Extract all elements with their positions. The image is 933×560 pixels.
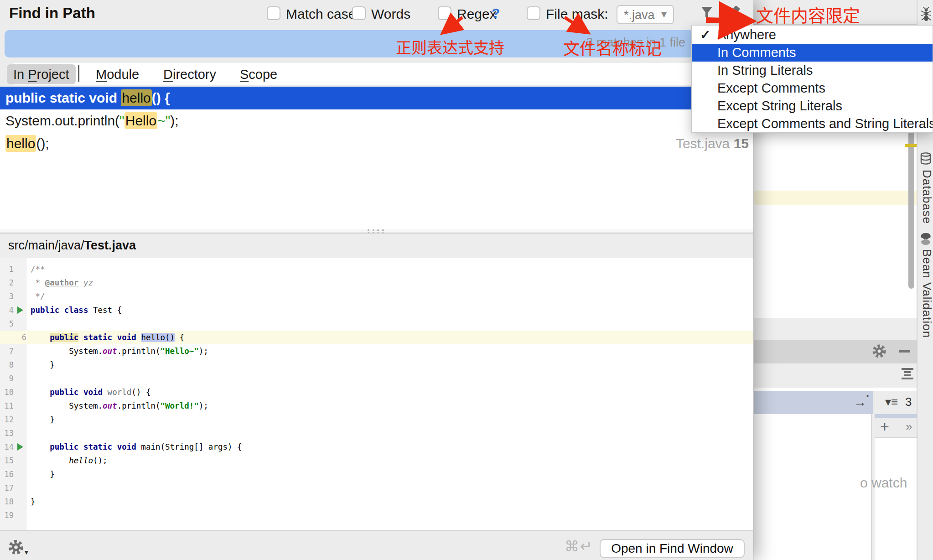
path-prefix: src/main/java/ (8, 239, 84, 252)
code-line: public static void hello() { (27, 331, 753, 344)
code-line (27, 426, 753, 440)
file-mask-label[interactable]: File mask: (546, 6, 608, 22)
dropdown-item-except-comments-and-string-literals[interactable]: Except Comments and String Literals (692, 115, 933, 133)
scope-tab-in-project[interactable]: In Project (7, 64, 76, 84)
gap (754, 388, 917, 391)
add-watch-icon[interactable]: + (880, 418, 889, 436)
find-in-path-dialog: Find in Path Match case Words Regex ? Fi… (0, 0, 753, 560)
words-label[interactable]: Words (371, 6, 410, 22)
error-stripe-mark[interactable] (905, 144, 917, 147)
variables-panel[interactable] (754, 414, 872, 560)
code-line: System.out.println("Hello~"); (27, 344, 753, 358)
debug-selected-frame-row[interactable]: → ▪ (754, 391, 873, 414)
frames-count-cell[interactable]: ▾≡ 3 (875, 391, 917, 414)
code-line: */ (27, 290, 753, 303)
editor-gutter: 12345678910111213141516171819 (0, 258, 26, 530)
open-in-find-window-button[interactable]: Open in Find Window (600, 539, 745, 558)
line-number: 13 (0, 426, 14, 440)
debug-panels: → ▪ ▾≡ 3 + » o watch (754, 318, 917, 560)
code-line: } (27, 358, 753, 372)
code-line: System.out.println("World!"); (27, 399, 753, 413)
database-icon[interactable] (920, 152, 932, 165)
divider (754, 363, 917, 363)
line-number: 4 (0, 303, 14, 317)
result-row[interactable]: hello();Test.java 15 (0, 132, 753, 155)
result-file-label: Test.java 15 (676, 132, 749, 155)
tool-button-bean-validation[interactable]: Bean Validation (920, 249, 933, 338)
settings-gear-button[interactable]: ▼ (8, 539, 32, 558)
code-line: /** (27, 262, 753, 276)
watches-panel[interactable] (875, 438, 917, 560)
line-number: 5 (0, 317, 14, 331)
code-line (27, 372, 753, 385)
code-line (27, 508, 753, 522)
code-line: } (27, 467, 753, 481)
watches-empty-text: o watch (860, 475, 907, 491)
chevron-down-icon: ▾ (661, 8, 667, 21)
frames-menu-icon[interactable]: ▾≡ (885, 395, 898, 409)
line-number: 1 (0, 262, 14, 276)
annotation-regex-support: 正则表达式支持 (396, 36, 504, 58)
regex-help-link[interactable]: ? (492, 5, 500, 21)
run-gutter-icon[interactable] (17, 443, 23, 451)
chevron-down-icon: ▼ (23, 549, 30, 556)
result-row[interactable]: public static void hello() { (0, 87, 753, 109)
bean-validation-icon[interactable] (920, 233, 932, 245)
dropdown-item-except-string-literals[interactable]: Except String Literals (692, 97, 933, 115)
code-line: } (27, 413, 753, 426)
watches-toolbar: + » (875, 418, 917, 438)
dialog-title: Find in Path (9, 5, 95, 22)
line-number: 9 (0, 372, 14, 385)
preview-file-path: src/main/java/Test.java (0, 233, 753, 257)
editor-current-line-highlight (754, 191, 917, 205)
code-line: public void world() { (27, 385, 753, 399)
regex-checkbox[interactable] (438, 6, 451, 20)
divider (754, 340, 917, 363)
match-case-label[interactable]: Match case (286, 6, 356, 22)
line-number: 11 (0, 399, 14, 413)
editor-scrollbar[interactable] (908, 131, 914, 289)
dropdown-item-anywhere[interactable]: ✓Anywhere (692, 26, 933, 44)
line-number: 14 (0, 440, 14, 454)
file-name: Test.java (84, 239, 136, 252)
line-number: 15 (0, 454, 14, 467)
run-to-cursor-icon[interactable]: → (854, 395, 866, 410)
match-case-checkbox[interactable] (267, 6, 280, 20)
more-icon[interactable]: » (906, 420, 912, 434)
pin-window-icon[interactable] (727, 5, 743, 24)
scope-tab-scope[interactable]: Scope (233, 64, 284, 84)
frames-strip (875, 414, 917, 418)
regex-label[interactable]: Regex (457, 6, 497, 22)
panel-gear-icon[interactable] (872, 344, 886, 358)
run-gutter-icon[interactable] (17, 306, 23, 314)
file-mask-value: *.java (624, 8, 655, 22)
line-number: 18 (0, 495, 14, 508)
line-number: 2 (0, 276, 14, 290)
tool-button-database[interactable]: Database (920, 170, 933, 224)
minimize-icon[interactable] (899, 350, 910, 353)
code-preview[interactable]: 12345678910111213141516171819 /** * @aut… (0, 258, 753, 530)
file-mask-checkbox[interactable] (527, 6, 540, 20)
scope-tab-module[interactable]: Module (89, 64, 145, 84)
code-line: public static void main(String[] args) { (27, 440, 753, 454)
dropdown-item-except-comments[interactable]: Except Comments (692, 79, 933, 97)
code-line (27, 481, 753, 495)
run-to-cursor-dot: ▪ (866, 392, 869, 399)
words-checkbox[interactable] (352, 6, 366, 20)
divider (657, 6, 657, 23)
line-number: 8 (0, 358, 14, 372)
code-line: public class Test { (27, 303, 753, 317)
frames-count: 3 (905, 395, 912, 409)
scope-tab-directory[interactable]: Directory (157, 64, 223, 84)
search-context-dropdown: ✓AnywhereIn CommentsIn String LiteralsEx… (691, 25, 933, 133)
splitter-handle[interactable] (0, 229, 753, 233)
dropdown-item-in-string-literals[interactable]: In String Literals (692, 62, 933, 79)
line-number: 3 (0, 290, 14, 303)
collapse-stack-icon[interactable] (901, 368, 914, 379)
file-mask-select[interactable]: *.java ▾ (617, 5, 674, 24)
result-row[interactable]: System.out.println("Hello~"); (0, 109, 753, 132)
line-number: 16 (0, 467, 14, 481)
filter-results-icon[interactable] (700, 6, 713, 22)
dropdown-item-in-comments[interactable]: In Comments (692, 44, 933, 62)
ant-icon[interactable] (920, 7, 932, 22)
